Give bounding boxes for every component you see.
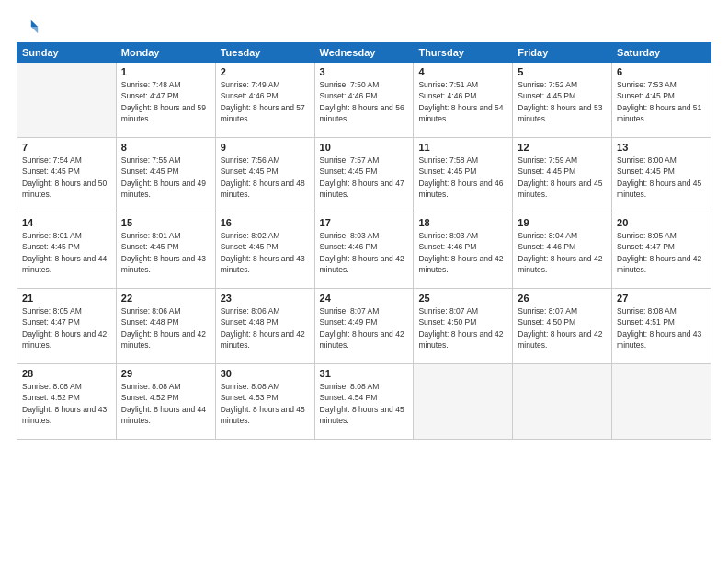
day-number: 8 [121,142,210,153]
calendar-cell [17,63,117,138]
day-number: 24 [320,293,409,304]
col-thursday: Thursday [414,43,513,63]
calendar-cell: 26Sunrise: 8:07 AMSunset: 4:50 PMDayligh… [513,289,612,364]
day-info: Sunrise: 7:53 AMSunset: 4:45 PMDaylight:… [617,79,706,124]
calendar-cell: 9Sunrise: 7:56 AMSunset: 4:45 PMDaylight… [215,138,314,213]
day-number: 19 [518,217,607,228]
calendar-cell: 13Sunrise: 8:00 AMSunset: 4:45 PMDayligh… [612,138,711,213]
day-number: 25 [418,293,507,304]
day-info: Sunrise: 8:04 AMSunset: 4:46 PMDaylight:… [518,230,607,275]
day-number: 16 [221,217,310,228]
day-number: 29 [121,368,210,379]
day-number: 7 [22,142,111,153]
day-info: Sunrise: 8:06 AMSunset: 4:48 PMDaylight:… [121,305,210,350]
calendar-cell [612,364,711,440]
day-number: 11 [418,142,507,153]
calendar-cell: 21Sunrise: 8:05 AMSunset: 4:47 PMDayligh… [17,289,117,364]
col-tuesday: Tuesday [215,43,314,63]
day-info: Sunrise: 8:08 AMSunset: 4:52 PMDaylight:… [121,381,210,426]
day-info: Sunrise: 7:48 AMSunset: 4:47 PMDaylight:… [121,79,210,124]
day-number: 31 [320,368,409,379]
calendar-cell: 17Sunrise: 8:03 AMSunset: 4:46 PMDayligh… [314,213,414,289]
calendar-cell: 1Sunrise: 7:48 AMSunset: 4:47 PMDaylight… [116,63,215,138]
calendar-cell: 29Sunrise: 8:08 AMSunset: 4:52 PMDayligh… [116,364,215,440]
header [17,17,711,33]
day-info: Sunrise: 8:00 AMSunset: 4:45 PMDaylight:… [617,155,706,200]
calendar-cell: 7Sunrise: 7:54 AMSunset: 4:45 PMDaylight… [17,138,117,213]
svg-marker-1 [31,27,38,33]
day-info: Sunrise: 7:56 AMSunset: 4:45 PMDaylight:… [221,155,310,200]
day-number: 21 [22,293,111,304]
logo-icon [19,17,40,37]
calendar-cell: 3Sunrise: 7:50 AMSunset: 4:46 PMDaylight… [314,63,414,138]
day-number: 28 [22,368,111,379]
calendar-week-row: 28Sunrise: 8:08 AMSunset: 4:52 PMDayligh… [17,364,711,440]
col-sunday: Sunday [17,43,117,63]
day-info: Sunrise: 8:06 AMSunset: 4:48 PMDaylight:… [221,305,310,350]
day-number: 20 [617,217,706,228]
calendar-cell [513,364,612,440]
day-number: 30 [221,368,310,379]
calendar-cell: 8Sunrise: 7:55 AMSunset: 4:45 PMDaylight… [116,138,215,213]
day-number: 6 [617,66,706,77]
day-number: 3 [320,66,409,77]
day-info: Sunrise: 7:55 AMSunset: 4:45 PMDaylight:… [121,155,210,200]
calendar-cell: 24Sunrise: 8:07 AMSunset: 4:49 PMDayligh… [314,289,414,364]
calendar-cell: 2Sunrise: 7:49 AMSunset: 4:46 PMDaylight… [215,63,314,138]
calendar-week-row: 21Sunrise: 8:05 AMSunset: 4:47 PMDayligh… [17,289,711,364]
calendar-cell: 16Sunrise: 8:02 AMSunset: 4:45 PMDayligh… [215,213,314,289]
day-number: 10 [320,142,409,153]
calendar-cell: 14Sunrise: 8:01 AMSunset: 4:45 PMDayligh… [17,213,117,289]
day-info: Sunrise: 7:59 AMSunset: 4:45 PMDaylight:… [518,155,607,200]
page: Sunday Monday Tuesday Wednesday Thursday… [0,0,728,563]
day-number: 23 [221,293,310,304]
calendar-cell: 27Sunrise: 8:08 AMSunset: 4:51 PMDayligh… [612,289,711,364]
calendar-cell: 19Sunrise: 8:04 AMSunset: 4:46 PMDayligh… [513,213,612,289]
calendar-week-row: 14Sunrise: 8:01 AMSunset: 4:45 PMDayligh… [17,213,711,289]
day-number: 22 [121,293,210,304]
calendar-cell: 22Sunrise: 8:06 AMSunset: 4:48 PMDayligh… [116,289,215,364]
logo [17,17,40,33]
day-info: Sunrise: 7:50 AMSunset: 4:46 PMDaylight:… [320,79,409,124]
calendar-cell: 12Sunrise: 7:59 AMSunset: 4:45 PMDayligh… [513,138,612,213]
day-info: Sunrise: 8:08 AMSunset: 4:52 PMDaylight:… [22,381,111,426]
calendar-week-row: 1Sunrise: 7:48 AMSunset: 4:47 PMDaylight… [17,63,711,138]
calendar-header-row: Sunday Monday Tuesday Wednesday Thursday… [17,43,711,63]
day-info: Sunrise: 7:51 AMSunset: 4:46 PMDaylight:… [418,79,507,124]
col-monday: Monday [116,43,215,63]
col-wednesday: Wednesday [314,43,414,63]
calendar-cell: 11Sunrise: 7:58 AMSunset: 4:45 PMDayligh… [414,138,513,213]
day-info: Sunrise: 7:57 AMSunset: 4:45 PMDaylight:… [320,155,409,200]
day-number: 1 [121,66,210,77]
day-info: Sunrise: 7:54 AMSunset: 4:45 PMDaylight:… [22,155,111,200]
day-number: 2 [221,66,310,77]
day-info: Sunrise: 8:05 AMSunset: 4:47 PMDaylight:… [22,305,111,350]
day-info: Sunrise: 8:01 AMSunset: 4:45 PMDaylight:… [121,230,210,275]
calendar-cell [414,364,513,440]
day-number: 15 [121,217,210,228]
day-number: 13 [617,142,706,153]
calendar-week-row: 7Sunrise: 7:54 AMSunset: 4:45 PMDaylight… [17,138,711,213]
calendar-cell: 6Sunrise: 7:53 AMSunset: 4:45 PMDaylight… [612,63,711,138]
svg-marker-0 [31,20,38,27]
day-number: 27 [617,293,706,304]
day-number: 17 [320,217,409,228]
calendar-cell: 4Sunrise: 7:51 AMSunset: 4:46 PMDaylight… [414,63,513,138]
day-info: Sunrise: 8:01 AMSunset: 4:45 PMDaylight:… [22,230,111,275]
day-info: Sunrise: 8:07 AMSunset: 4:50 PMDaylight:… [518,305,607,350]
day-number: 9 [221,142,310,153]
day-info: Sunrise: 8:07 AMSunset: 4:50 PMDaylight:… [418,305,507,350]
day-info: Sunrise: 8:08 AMSunset: 4:54 PMDaylight:… [320,381,409,426]
col-saturday: Saturday [612,43,711,63]
calendar-cell: 10Sunrise: 7:57 AMSunset: 4:45 PMDayligh… [314,138,414,213]
day-info: Sunrise: 7:52 AMSunset: 4:45 PMDaylight:… [518,79,607,124]
day-number: 26 [518,293,607,304]
day-info: Sunrise: 8:03 AMSunset: 4:46 PMDaylight:… [418,230,507,275]
day-info: Sunrise: 8:03 AMSunset: 4:46 PMDaylight:… [320,230,409,275]
calendar-cell: 28Sunrise: 8:08 AMSunset: 4:52 PMDayligh… [17,364,117,440]
day-number: 18 [418,217,507,228]
day-info: Sunrise: 7:49 AMSunset: 4:46 PMDaylight:… [221,79,310,124]
calendar-cell: 30Sunrise: 8:08 AMSunset: 4:53 PMDayligh… [215,364,314,440]
day-info: Sunrise: 8:08 AMSunset: 4:51 PMDaylight:… [617,305,706,350]
calendar-cell: 31Sunrise: 8:08 AMSunset: 4:54 PMDayligh… [314,364,414,440]
